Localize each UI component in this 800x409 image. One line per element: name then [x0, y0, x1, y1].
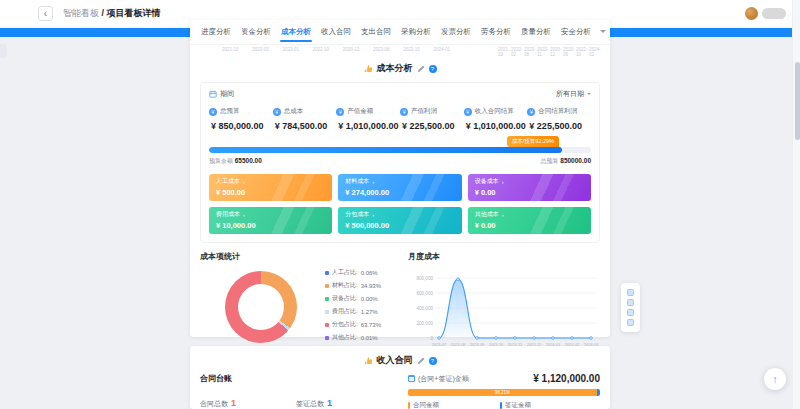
legend-item: 材料占比:34.93%: [325, 281, 381, 290]
chevron-down-icon[interactable]: [600, 30, 606, 36]
x-axis-ticks: 2023-07 2023-08 2023-09 2023-10 2023-11 …: [432, 342, 599, 347]
medal-icon: [364, 64, 373, 73]
back-chevron-icon: ‹: [44, 9, 47, 19]
background-axis-dates-right: 2021-102022-022023-082023-112020-122020-…: [498, 47, 602, 54]
background-axis-dates-left: 2021-102022-022023-012022-102020-122023-…: [222, 47, 450, 54]
line-chart-title: 月度成本: [408, 251, 600, 262]
chevron-down-icon: [587, 93, 591, 97]
svg-text:2023-07: 2023-07: [432, 342, 447, 347]
chevron-right-icon: ›: [502, 212, 504, 218]
contract-amount-row: (合同+签证)金额 ¥ 1,120,000.00: [408, 373, 600, 384]
tab-quality[interactable]: 质量分析: [520, 21, 552, 43]
date-filter-dropdown[interactable]: 所有日期: [556, 89, 591, 99]
cost-card-labor[interactable]: 人工成本› ¥ 500.00: [209, 174, 332, 201]
donut-legend: 人工占比:0.06% 材料占比:34.93% 设备占比:0.00% 费用占比:1…: [325, 268, 381, 346]
contract-bar-segment: 98.21%: [408, 389, 597, 396]
quick-nav-icon[interactable]: [627, 289, 634, 296]
chevron-right-icon: ›: [502, 179, 504, 185]
quick-nav-icon[interactable]: [627, 309, 634, 316]
svg-text:2023-10: 2023-10: [489, 342, 504, 347]
tab-funds[interactable]: 资金分析: [240, 21, 272, 43]
svg-text:600,000: 600,000: [416, 291, 433, 296]
legend-visa-amount: 签证金额 ¥ 20,000.00: [500, 401, 592, 409]
donut-chart-title: 成本项统计: [200, 251, 400, 262]
cost-category-cards: 人工成本› ¥ 500.00 材料成本› ¥ 274,000.00 设备成本› …: [209, 174, 591, 234]
contract-amount-block: (合同+签证)金额 ¥ 1,120,000.00 98.21% 合同金额 ¥ 1…: [408, 373, 600, 409]
contract-ledger-block: 合同台账 合同总数1 签证总数1: [200, 373, 408, 409]
chevron-right-icon: ›: [372, 179, 374, 185]
svg-text:2023-09: 2023-09: [470, 342, 485, 347]
cost-card-expense[interactable]: 费用成本› ¥ 10,000.00: [209, 207, 332, 234]
svg-text:2023-12: 2023-12: [527, 342, 542, 347]
cost-stats-panel: 期间 所有日期 ¥总预算 ¥ 850,000.00 ¥总成本 ¥ 784,500…: [200, 82, 600, 243]
breadcrumb-root[interactable]: 智能看板: [63, 8, 99, 18]
background-axis-dates: 2021-102022-022023-012022-102020-122023-…: [190, 47, 610, 54]
quick-nav-icon[interactable]: [627, 299, 634, 306]
cost-card-other[interactable]: 其他成本› ¥ 0.00: [468, 207, 591, 234]
tab-invoice[interactable]: 发票分析: [440, 21, 472, 43]
amount-label: (合同+签证)金额: [418, 374, 469, 384]
contract-stacked-bar: 98.21%: [408, 389, 600, 396]
svg-text:2023-11: 2023-11: [508, 342, 523, 347]
coin-icon: ¥: [527, 108, 535, 116]
user-pill[interactable]: [762, 8, 786, 19]
svg-text:400,000: 400,000: [416, 306, 433, 311]
back-button[interactable]: ‹: [38, 6, 53, 21]
cost-item-stats-block: 成本项统计 人工占比:0.06% 材料占比:34.93% 设备占比:0.00% …: [200, 251, 400, 360]
cost-card-subcontract[interactable]: 分包成本› ¥ 500,000.00: [338, 207, 461, 234]
kpi-total-cost: ¥总成本 ¥ 784,500.00: [273, 107, 337, 131]
cost-donut-chart: [225, 271, 297, 343]
breadcrumb: 智能看板 / 项目看板详情: [63, 7, 161, 20]
document-icon: [408, 375, 415, 382]
tab-procurement[interactable]: 采购分析: [400, 21, 432, 43]
tab-cost[interactable]: 成本分析: [280, 21, 312, 43]
monthly-cost-block: 月度成本 800,000 600,000 400,000: [400, 251, 600, 360]
contract-count: 合同总数1: [200, 398, 236, 409]
visa-count: 签证总数1: [296, 398, 332, 409]
kpi-total-budget: ¥总预算 ¥ 850,000.00: [209, 107, 273, 131]
analysis-tabbar: 进度分析 资金分析 成本分析 收入合同 支出合同 采购分析 发票分析 劳务分析 …: [190, 20, 610, 45]
back-to-top-button[interactable]: ↑: [764, 368, 786, 390]
legend-item: 分包占比:63.73%: [325, 320, 381, 329]
tab-labor[interactable]: 劳务分析: [480, 21, 512, 43]
budget-progress-labels: 预算余额 65500.00 总预算 850000.00: [209, 157, 591, 166]
calendar-icon: [209, 90, 217, 98]
cost-vs-budget-badge: 成本/预算92.29%: [507, 136, 559, 147]
budget-progress: 成本/预算92.29% 预算余额 65500.00 总预算 850000.00: [209, 147, 591, 166]
floating-quick-nav[interactable]: [621, 283, 640, 332]
tab-safety[interactable]: 安全分析: [560, 21, 592, 43]
quick-nav-icon[interactable]: [627, 319, 634, 326]
help-icon[interactable]: ?: [429, 65, 437, 73]
coin-icon: ¥: [273, 108, 281, 116]
coin-icon: ¥: [400, 108, 408, 116]
page-scrollbar: [792, 0, 800, 409]
cost-section-header: 成本分析 ?: [190, 62, 610, 75]
chevron-right-icon: ›: [243, 212, 245, 218]
cost-analysis-card: 进度分析 资金分析 成本分析 收入合同 支出合同 采购分析 发票分析 劳务分析 …: [190, 20, 610, 337]
cost-section-title: 成本分析: [377, 62, 413, 75]
tab-progress[interactable]: 进度分析: [200, 21, 232, 43]
avatar[interactable]: [745, 7, 758, 20]
breadcrumb-current: / 项目看板详情: [102, 8, 161, 18]
kpi-output-amount: ¥产值金额 ¥ 1,010,000.00: [336, 107, 400, 131]
tab-income-contract[interactable]: 收入合同: [320, 21, 352, 43]
charts-row: 成本项统计 人工占比:0.06% 材料占比:34.93% 设备占比:0.00% …: [190, 251, 610, 360]
cost-card-equipment[interactable]: 设备成本› ¥ 0.00: [468, 174, 591, 201]
scrollbar-thumb[interactable]: [795, 62, 800, 140]
edit-pencil-icon[interactable]: [417, 65, 425, 73]
svg-text:2024-03: 2024-03: [584, 342, 599, 347]
legend-item: 费用占比:1.27%: [325, 307, 381, 316]
tab-expense-contract[interactable]: 支出合同: [360, 21, 392, 43]
cost-card-material[interactable]: 材料成本› ¥ 274,000.00: [338, 174, 461, 201]
svg-text:800,000: 800,000: [416, 276, 433, 281]
budget-progress-fill: [209, 147, 562, 153]
kpi-output-profit: ¥产值利润 ¥ 225,500.00: [400, 107, 464, 131]
coin-icon: ¥: [209, 108, 217, 116]
svg-text:2024-02: 2024-02: [565, 342, 580, 347]
legend-item: 其他占比:0.01%: [325, 333, 381, 342]
period-label: 期间: [220, 89, 234, 99]
header-right: [745, 7, 786, 20]
svg-text:2023-08: 2023-08: [451, 342, 466, 347]
amount-value: ¥ 1,120,000.00: [533, 373, 600, 384]
collapsed-sidebar-handle[interactable]: [0, 44, 7, 58]
